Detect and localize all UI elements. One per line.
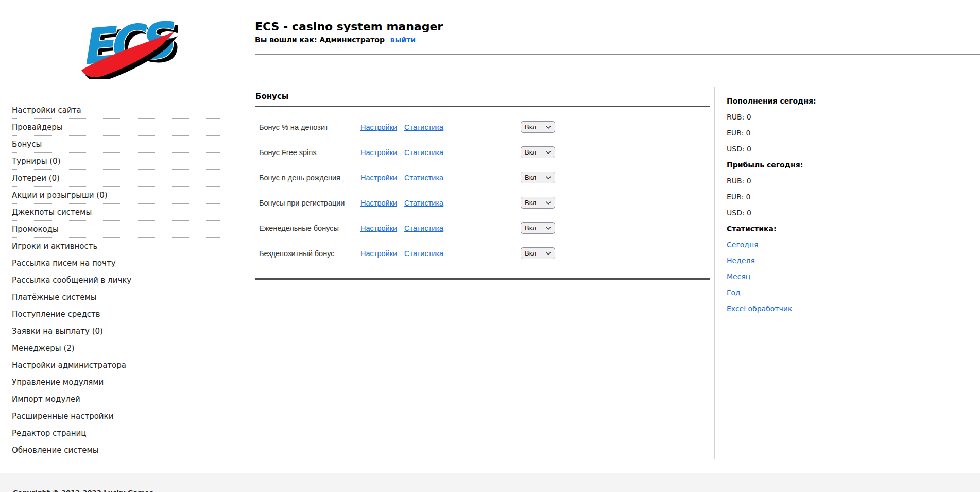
sidebar-item-payment-systems[interactable]: Платёжные системы	[12, 289, 220, 306]
login-status: Вы вошли как: Администратор выйти	[255, 35, 980, 45]
page-title: ECS - casino system manager	[255, 20, 980, 34]
bonus-settings-link[interactable]: Настройки	[360, 123, 397, 131]
sidebar-item-module-import[interactable]: Импорт модулей	[12, 391, 220, 408]
header-divider	[255, 54, 980, 55]
deposits-today-title: Пополнения сегодня:	[727, 93, 975, 109]
bonus-settings-link[interactable]: Настройки	[360, 174, 397, 182]
bonus-state-select[interactable]: Вкл	[521, 172, 555, 183]
deposits-rub: RUB: 0	[727, 109, 975, 125]
sidebar-item-promocodes[interactable]: Промокоды	[12, 221, 220, 238]
sidebar-item-label: Импорт модулей	[12, 395, 80, 404]
bonus-stats-link[interactable]: Статистика	[404, 123, 443, 131]
sidebar-item-managers[interactable]: Менеджеры (2)	[12, 340, 220, 357]
sidebar-item-email-mailing[interactable]: Рассылка писем на почту	[12, 255, 220, 272]
sidebar-item-label: Управление модулями	[12, 378, 104, 387]
sidebar-item-payout-requests[interactable]: Заявки на выплату (0)	[12, 323, 220, 340]
chevron-down-icon	[546, 126, 551, 129]
bonus-label: Еженедельные бонусы	[259, 224, 360, 232]
profit-eur: EUR: 0	[727, 189, 975, 205]
chevron-down-icon	[546, 151, 551, 154]
bonus-state-select[interactable]: Вкл	[521, 146, 555, 158]
sidebar-item-pm-mailing[interactable]: Рассылка сообщений в личку	[12, 272, 220, 289]
sidebar-item-bonuses[interactable]: Бонусы	[12, 136, 220, 153]
sidebar-item-advanced-settings[interactable]: Расширенные настройки	[12, 408, 220, 425]
select-value: Вкл	[525, 123, 536, 131]
sidebar-item-label: Настройки администратора	[12, 361, 126, 370]
select-value: Вкл	[525, 174, 536, 181]
bonus-state-select[interactable]: Вкл	[521, 121, 555, 133]
sidebar-item-promotions[interactable]: Акции и розыгрыши (0)	[12, 187, 220, 204]
deposits-usd: USD: 0	[727, 141, 975, 157]
stats-link-week[interactable]: Неделя	[727, 257, 755, 265]
profit-usd: USD: 0	[727, 205, 975, 221]
logout-link[interactable]: выйти	[390, 36, 416, 44]
sidebar-item-lotteries[interactable]: Лотереи (0)	[12, 170, 220, 187]
sidebar-item-label: Рассылка сообщений в личку	[12, 276, 131, 285]
bonus-stats-link[interactable]: Статистика	[404, 199, 443, 207]
bonuses-panel-title: Бонусы	[255, 91, 710, 101]
bonus-label: Бонус % на депозит	[259, 123, 360, 131]
sidebar-item-label: Бонусы	[12, 140, 42, 149]
sidebar-item-label: Турниры (0)	[12, 157, 61, 166]
bonus-settings-link[interactable]: Настройки	[360, 249, 397, 258]
sidebar-item-label: Редактор страниц	[12, 429, 87, 438]
sidebar-item-incoming-funds[interactable]: Поступление средств	[12, 306, 220, 323]
bonus-row-deposit-percent: Бонус % на депозит Настройки Статистика …	[255, 114, 710, 140]
sidebar-item-tournaments[interactable]: Турниры (0)	[12, 153, 220, 170]
profit-rub: RUB: 0	[727, 173, 975, 189]
bonus-stats-link[interactable]: Статистика	[404, 224, 443, 232]
sidebar-item-site-settings[interactable]: Настройки сайта	[12, 102, 220, 119]
sidebar-item-providers[interactable]: Провайдеры	[12, 119, 220, 136]
bonus-stats-link[interactable]: Статистика	[404, 174, 443, 182]
bonus-row-no-deposit: Бездепозитный бонус Настройки Статистика…	[255, 241, 710, 266]
profit-today-title: Прибыль сегодня:	[727, 157, 975, 173]
bonus-label: Бонусы при регистрации	[259, 199, 360, 207]
stats-link-today[interactable]: Сегодня	[727, 241, 759, 249]
stats-link-excel[interactable]: Excel обработчик	[727, 304, 792, 313]
bonus-state-select[interactable]: Вкл	[521, 247, 555, 259]
bonus-settings-link[interactable]: Настройки	[360, 148, 397, 157]
bonus-row-birthday: Бонус в день рождения Настройки Статисти…	[255, 165, 710, 190]
chevron-down-icon	[546, 201, 551, 205]
sidebar-item-label: Игроки и активность	[12, 242, 97, 251]
copyright-text: Copyright © 2012-2022 Lucky Games	[13, 489, 980, 492]
sidebar-item-label: Джекпоты системы	[12, 208, 92, 217]
sidebar-item-admin-settings[interactable]: Настройки администратора	[12, 357, 220, 374]
footer: Copyright © 2012-2022 Lucky Games	[0, 473, 980, 492]
sidebar-item-module-management[interactable]: Управление модулями	[12, 374, 220, 391]
stats-link-month[interactable]: Месяц	[727, 273, 750, 281]
select-value: Вкл	[525, 224, 536, 232]
sidebar-item-label: Акции и розыгрыши (0)	[12, 191, 108, 200]
bonus-label: Бонус Free spins	[259, 148, 360, 157]
sidebar-nav: Настройки сайта Провайдеры Бонусы Турнир…	[0, 87, 246, 459]
bonus-state-select[interactable]: Вкл	[521, 222, 555, 234]
ecs-logo: ECS ECS	[72, 9, 178, 79]
bonus-stats-link[interactable]: Статистика	[404, 249, 443, 258]
sidebar-item-label: Расширенные настройки	[12, 412, 113, 421]
sidebar-item-system-update[interactable]: Обновление системы	[12, 442, 220, 459]
sidebar-item-jackpots[interactable]: Джекпоты системы	[12, 204, 220, 221]
select-value: Вкл	[525, 199, 536, 207]
sidebar-item-label: Настройки сайта	[12, 106, 81, 115]
bonus-row-free-spins: Бонус Free spins Настройки Статистика Вк…	[255, 140, 710, 165]
sidebar-item-label: Обновление системы	[12, 446, 99, 455]
sidebar-item-label: Поступление средств	[12, 310, 100, 319]
chevron-down-icon	[546, 252, 551, 255]
bonus-settings-link[interactable]: Настройки	[360, 199, 397, 207]
stats-link-year[interactable]: Год	[727, 289, 741, 297]
sidebar-item-label: Провайдеры	[12, 123, 63, 132]
chevron-down-icon	[546, 176, 551, 179]
sidebar-item-label: Лотереи (0)	[12, 174, 60, 183]
sidebar-item-label: Менеджеры (2)	[12, 344, 75, 353]
panel-top-rule	[255, 106, 710, 107]
bonus-settings-link[interactable]: Настройки	[360, 224, 397, 232]
bonus-row-registration: Бонусы при регистрации Настройки Статист…	[255, 190, 710, 215]
deposits-eur: EUR: 0	[727, 125, 975, 141]
sidebar-item-label: Промокоды	[12, 225, 59, 234]
bonus-state-select[interactable]: Вкл	[521, 197, 555, 209]
sidebar-item-label: Рассылка писем на почту	[12, 259, 116, 268]
statistics-title: Статистика:	[727, 221, 975, 237]
bonus-stats-link[interactable]: Статистика	[404, 148, 443, 157]
sidebar-item-players-activity[interactable]: Игроки и активность	[12, 238, 220, 255]
sidebar-item-page-editor[interactable]: Редактор страниц	[12, 425, 220, 442]
